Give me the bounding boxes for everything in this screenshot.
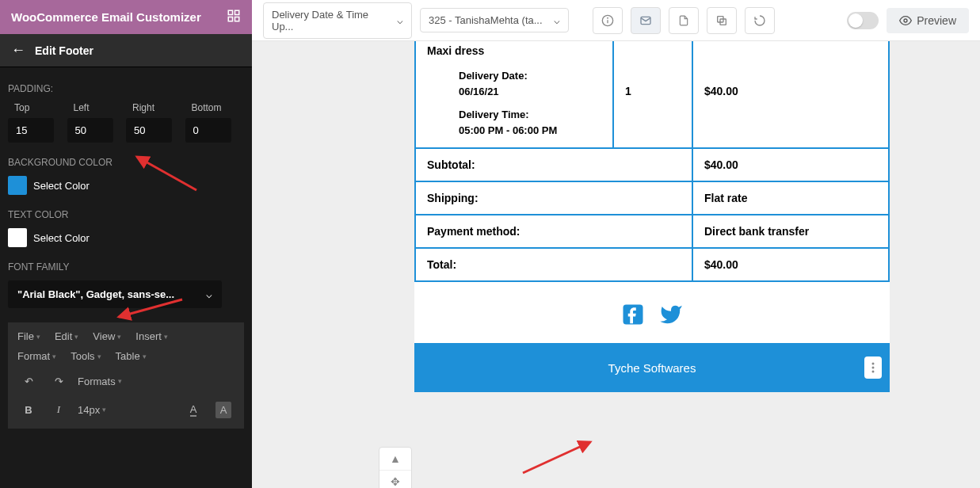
back-arrow-icon[interactable]: ← — [11, 42, 25, 59]
font-family-label: FONT FAMILY — [8, 261, 244, 273]
move-controls: ▲ ✥ ▼ — [379, 447, 412, 488]
textcolor-swatch[interactable] — [8, 228, 27, 247]
svg-rect-0 — [228, 10, 232, 14]
padding-left-label: Left — [67, 102, 127, 113]
product-name: Maxi dress — [427, 44, 601, 57]
move-handle[interactable]: ✥ — [379, 470, 411, 488]
table-row: Payment method: Direct bank transfer — [415, 215, 889, 248]
payment-label: Payment method: — [415, 215, 692, 248]
total-label: Total: — [415, 248, 692, 281]
padding-label: PADDING: — [8, 83, 244, 94]
table-row: Subtotal: $40.00 — [415, 148, 889, 181]
copy-button[interactable] — [707, 7, 737, 34]
app-title: WooCommerce Email Customizer — [11, 10, 201, 24]
bgcolor-row[interactable]: Select Color — [8, 176, 244, 195]
bold-button[interactable]: B — [17, 398, 40, 421]
reset-button[interactable] — [745, 7, 775, 34]
padding-top-input[interactable] — [8, 118, 54, 143]
menu-file[interactable]: File▾ — [17, 330, 40, 342]
payment-value: Direct bank transfer — [692, 215, 889, 248]
delivery-date: 06/16/21 — [459, 84, 601, 100]
line-total: $40.00 — [692, 41, 889, 148]
padding-bottom-label: Bottom — [185, 102, 245, 113]
padding-bottom-input[interactable] — [185, 118, 231, 143]
subtotal-value: $40.00 — [692, 148, 889, 181]
info-button[interactable] — [593, 7, 623, 34]
padding-right-label: Right — [126, 102, 185, 113]
delivery-date-label: Delivery Date: — [459, 68, 601, 84]
panel-body: PADDING: Top Left Right Bottom BACKGROUN… — [0, 67, 252, 440]
table-row: Maxi dress Delivery Date: 06/16/21 Deliv… — [415, 41, 889, 148]
undo-button[interactable]: ↶ — [17, 370, 40, 392]
svg-point-12 — [872, 363, 875, 365]
order-table: Maxi dress Delivery Date: 06/16/21 Deliv… — [414, 41, 890, 282]
menu-view[interactable]: View▾ — [93, 330, 121, 342]
document-view-button[interactable] — [669, 7, 699, 34]
panel-heading: Edit Footer — [35, 44, 93, 57]
fontsize-dropdown[interactable]: 14px▾ — [78, 404, 106, 416]
menu-edit[interactable]: Edit▾ — [55, 330, 78, 342]
chevron-down-icon: ⌵ — [397, 14, 403, 26]
svg-point-10 — [904, 19, 907, 22]
padding-left-input[interactable] — [67, 118, 113, 143]
menu-insert[interactable]: Insert▾ — [135, 330, 168, 342]
italic-button[interactable]: I — [48, 398, 70, 421]
padding-row: Top Left Right Bottom — [8, 102, 244, 143]
padding-top-label: Top — [8, 102, 67, 113]
footer-menu-button[interactable] — [864, 356, 882, 379]
social-row — [414, 282, 890, 343]
preview-button[interactable]: Preview — [887, 8, 969, 33]
menu-format[interactable]: Format▾ — [17, 350, 56, 362]
twitter-icon[interactable] — [659, 303, 683, 329]
bg-color-button[interactable]: A — [212, 398, 235, 421]
padding-right-input[interactable] — [126, 118, 172, 143]
shipping-label: Shipping: — [415, 181, 692, 215]
textcolor-label: TEXT COLOR — [8, 209, 244, 220]
textcolor-select[interactable]: Select Color — [33, 232, 90, 244]
main-area: Delivery Date & Time Up...⌵ 325 - Tanish… — [252, 0, 980, 488]
eye-icon — [899, 14, 912, 27]
svg-rect-2 — [228, 17, 232, 21]
menu-table[interactable]: Table▾ — [116, 350, 147, 362]
menu-tools[interactable]: Tools▾ — [71, 350, 101, 362]
bgcolor-label: BACKGROUND COLOR — [8, 157, 244, 168]
delivery-time-label: Delivery Time: — [459, 107, 601, 123]
table-row: Shipping: Flat rate — [415, 181, 889, 215]
svg-point-13 — [872, 367, 875, 369]
canvas-area: Maxi dress Delivery Date: 06/16/21 Deliv… — [252, 41, 980, 488]
email-footer[interactable]: Tyche Softwares — [414, 343, 890, 392]
redo-button[interactable]: ↷ — [48, 370, 70, 392]
svg-rect-1 — [235, 10, 239, 14]
email-view-button[interactable] — [631, 7, 661, 34]
table-row: Total: $40.00 — [415, 248, 889, 281]
dashboard-icon[interactable] — [227, 9, 241, 25]
bgcolor-select[interactable]: Select Color — [33, 180, 90, 192]
svg-rect-3 — [235, 17, 239, 21]
email-preview: Maxi dress Delivery Date: 06/16/21 Deliv… — [414, 41, 890, 392]
text-color-button[interactable]: A — [182, 398, 204, 421]
chevron-down-icon: ⌵ — [206, 288, 212, 300]
bgcolor-swatch[interactable] — [8, 176, 27, 195]
order-select[interactable]: 325 - TanishaMehta (ta...⌵ — [420, 8, 569, 32]
sidebar-header: WooCommerce Email Customizer — [0, 0, 252, 34]
total-value: $40.00 — [692, 248, 889, 281]
sidebar: WooCommerce Email Customizer ← Edit Foot… — [0, 0, 252, 488]
top-toolbar: Delivery Date & Time Up...⌵ 325 - Tanish… — [252, 0, 980, 41]
svg-point-6 — [608, 17, 608, 18]
footer-text: Tyche Softwares — [608, 361, 696, 375]
panel-heading-row: ← Edit Footer — [0, 34, 252, 67]
svg-point-14 — [872, 371, 875, 373]
chevron-down-icon: ⌵ — [554, 14, 560, 26]
formats-dropdown[interactable]: Formats▾ — [78, 376, 122, 387]
subtotal-label: Subtotal: — [415, 148, 692, 181]
shipping-value: Flat rate — [692, 181, 889, 215]
dark-mode-toggle[interactable] — [847, 12, 879, 29]
delivery-time: 05:00 PM - 06:00 PM — [459, 123, 601, 139]
template-select[interactable]: Delivery Date & Time Up...⌵ — [263, 2, 412, 39]
qty-cell: 1 — [613, 41, 692, 148]
move-up-button[interactable]: ▲ — [379, 448, 411, 470]
font-family-value: "Arial Black", Gadget, sans-se... — [17, 288, 174, 300]
font-family-dropdown[interactable]: "Arial Black", Gadget, sans-se... ⌵ — [8, 280, 222, 308]
textcolor-row[interactable]: Select Color — [8, 228, 244, 247]
facebook-icon[interactable] — [621, 303, 645, 329]
